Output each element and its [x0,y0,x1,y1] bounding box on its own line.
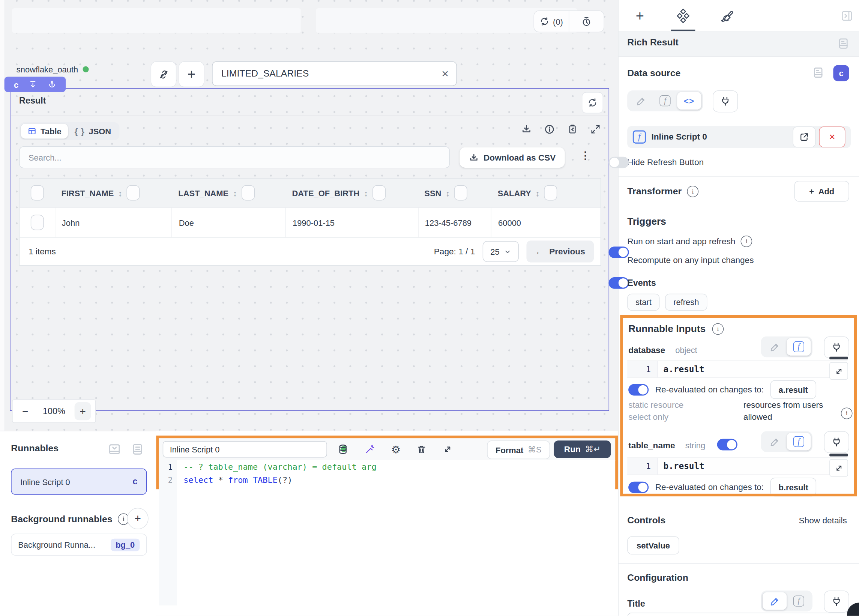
run-button[interactable]: Run ⌘↵ [554,441,611,458]
remove-script-button[interactable]: × [819,127,845,147]
background-runnable-item[interactable]: Background Runna... bg_0 [11,533,147,555]
sort-icon[interactable]: ↕ [446,188,450,198]
code-line[interactable]: 2select * from TABLE(?) [159,474,615,486]
column-label: LAST_NAME [172,188,228,198]
sort-icon[interactable]: ↕ [118,188,122,198]
runnable-item-inline-script-0[interactable]: Inline Script 0 c [11,469,147,495]
result-refresh-button[interactable] [582,92,603,113]
schedule-button[interactable] [569,11,604,31]
download-csv-button[interactable]: Download as CSV [459,147,565,168]
select-all-checkbox[interactable] [31,185,44,201]
ai-wand-icon[interactable] [364,444,375,455]
info-icon[interactable]: i [687,186,699,197]
header-cell[interactable]: LAST_NAME ↕ [172,178,286,207]
database-icon[interactable] [337,444,348,455]
placeholder-block-left[interactable] [12,8,301,33]
hide-refresh-toggle[interactable] [609,157,629,169]
doc-list-icon[interactable] [131,442,145,457]
add-transformer-button[interactable]: + Add [795,181,849,202]
clear-input-icon[interactable]: × [442,67,449,80]
tab-table[interactable]: Table [20,124,68,138]
column-label: SSN [418,188,442,198]
open-script-button[interactable] [793,127,815,147]
zoom-out-button[interactable]: − [17,405,33,417]
page-size-select[interactable]: 25 [483,241,519,262]
expand-expression-button[interactable] [829,362,848,380]
column-toggle[interactable] [372,185,386,201]
settings-gear-icon[interactable]: ⚙ [391,444,401,455]
fx-mode-button[interactable]: f [787,593,811,610]
cell[interactable]: John [55,208,172,238]
collapse-panel-icon[interactable] [107,442,122,457]
result-search-input[interactable] [27,152,442,163]
column-toggle[interactable] [127,185,140,201]
tab-styling[interactable] [718,8,735,24]
code-line[interactable]: 1-- ? table_name (varchar) = default arg [159,460,615,474]
column-toggle[interactable] [544,185,557,201]
download-icon[interactable] [521,124,532,135]
add-background-runnable-button[interactable]: + [127,508,148,529]
header-cell[interactable]: SSN ↕ [418,178,491,207]
doc-list-icon[interactable] [811,66,825,80]
page-indicator: Page: 1 / 1 [434,247,475,256]
connect-input-button[interactable] [824,591,849,612]
line-number: 1 [159,463,177,471]
component-type-band: Rich Result [618,31,859,57]
add-column-button[interactable]: + [178,61,205,88]
table-name-input[interactable] [220,67,442,80]
code-mode-button[interactable]: <> [677,92,701,109]
tab-json[interactable]: { } JSON [68,124,117,138]
header-cell[interactable]: DATE_OF_BIRTH ↕ [286,178,418,207]
selection-chip[interactable]: c [5,77,66,92]
format-button[interactable]: Format ⌘S [487,441,550,459]
info-icon[interactable]: i [741,236,753,247]
external-link-icon [800,132,809,142]
refresh-all-button[interactable]: (0) [534,11,569,31]
table-row[interactable]: John Doe 1990-01-15 123-45-6789 60000 [20,208,601,238]
trash-icon[interactable] [416,444,427,455]
static-mode-button[interactable] [629,92,653,109]
inline-script-row[interactable]: f Inline Script 0 × [627,126,851,148]
unlink-button[interactable] [151,61,176,88]
table-menu-button[interactable]: ⋮ [580,149,591,162]
cell[interactable]: 1990-01-15 [286,208,418,238]
expand-editor-icon[interactable] [443,444,452,454]
sort-icon[interactable]: ↕ [536,188,540,198]
static-mode-button[interactable] [762,593,787,610]
bound-component-chip[interactable]: c [833,65,849,81]
collapse-sidebar-button[interactable] [840,9,854,23]
expand-down-icon[interactable] [28,80,37,89]
run-on-start-toggle[interactable] [609,247,629,258]
app-canvas[interactable]: (0) snowflake_oauth + × c [5,0,618,431]
info-icon[interactable] [544,124,555,135]
doc-list-icon[interactable] [837,37,850,51]
recompute-toggle[interactable] [609,277,629,289]
cell[interactable]: Doe [172,208,286,238]
sort-icon[interactable]: ↕ [364,188,368,198]
script-name-input[interactable] [169,444,321,455]
cell[interactable]: 123-45-6789 [418,208,491,238]
anchor-icon[interactable] [48,80,56,89]
sort-icon[interactable]: ↕ [233,188,237,198]
expand-expression-button[interactable] [829,459,848,477]
header-cell[interactable]: SALARY ↕ [491,178,601,207]
show-details-link[interactable]: Show details [799,516,847,525]
sql-code-area[interactable]: 1-- ? table_name (varchar) = default arg… [159,460,615,605]
row-checkbox[interactable] [31,214,44,230]
rich-result-component[interactable]: Result Table { } JSON [10,88,609,411]
fx-mode-button[interactable]: f [653,92,677,109]
column-toggle[interactable] [242,185,255,201]
previous-page-button[interactable]: ← Previous [527,241,594,262]
cell[interactable]: 60000 [491,208,601,238]
tab-insert-component[interactable]: + [632,8,648,24]
setvalue-control-pill[interactable]: setValue [627,536,679,555]
title-value-input[interactable] [627,613,852,616]
zoom-in-button[interactable]: + [75,402,91,420]
connect-input-button[interactable] [713,91,738,112]
copy-to-clipboard-icon[interactable] [567,124,578,135]
column-toggle[interactable] [454,185,467,201]
header-cell[interactable]: FIRST_NAME ↕ [55,178,172,207]
fullscreen-icon[interactable] [590,124,601,135]
tab-component-settings[interactable] [675,8,691,24]
app-refresh-control[interactable]: (0) [533,11,604,32]
